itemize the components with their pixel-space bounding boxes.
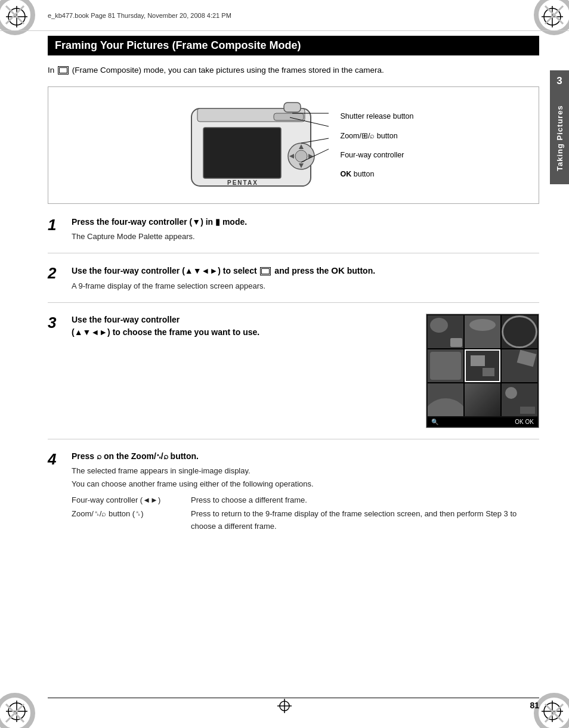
header-text: e_kb477.book Page 81 Thursday, November … bbox=[48, 12, 231, 19]
label-fourway-text: Four-way controller bbox=[341, 151, 404, 159]
header-bar: e_kb477.book Page 81 Thursday, November … bbox=[0, 0, 569, 31]
main-content: Framing Your Pictures (Frame Composite M… bbox=[48, 36, 539, 692]
step-2-number: 2 bbox=[48, 264, 64, 292]
label-fourway: Four-way controller bbox=[341, 151, 414, 159]
label-shutter-text: Shutter release button bbox=[341, 112, 414, 120]
step-2-content: Use the four-way controller (▲▼◄►) to se… bbox=[72, 264, 539, 292]
step-4-value-2: Press to return to the 9-frame display o… bbox=[191, 508, 539, 533]
step-4-label-2: Zoom/␞/⌕ button (␞) bbox=[72, 508, 191, 521]
step-1-content: Press the four-way controller (▼) in ▮ m… bbox=[72, 216, 539, 243]
frame-selection-screenshot: 🔍 OK OK bbox=[426, 314, 539, 428]
svg-text:PENTAX: PENTAX bbox=[227, 179, 258, 186]
camera-illustration: PENTAX bbox=[174, 97, 329, 194]
step-4-row-1: Four-way controller (◄►) Press to choose… bbox=[72, 494, 539, 507]
step-1: 1 Press the four-way controller (▼) in ▮… bbox=[48, 216, 539, 254]
label-zoom-text: Zoom/⊞/⌕ button bbox=[341, 131, 398, 140]
step-4-label-1: Four-way controller (◄►) bbox=[72, 494, 191, 507]
intro-paragraph: In (Frame Composite) mode, you can take … bbox=[48, 64, 539, 77]
step-4-table: Four-way controller (◄►) Press to choose… bbox=[72, 494, 539, 532]
step-2-desc: A 9-frame display of the frame selection… bbox=[72, 280, 539, 292]
step-3-content: Use the four-way controller(▲▼◄►) to cho… bbox=[72, 314, 539, 428]
sidebar-tab: Taking Pictures bbox=[550, 92, 569, 184]
step-3-number: 3 bbox=[48, 314, 64, 428]
step-4-desc2: You can choose another frame using eithe… bbox=[72, 478, 539, 490]
page-number: 81 bbox=[530, 701, 539, 710]
step-2: 2 Use the four-way controller (▲▼◄►) to … bbox=[48, 264, 539, 303]
step-1-number: 1 bbox=[48, 216, 64, 243]
step-3-text: Use the four-way controller(▲▼◄►) to cho… bbox=[72, 314, 416, 341]
step-4-row-2: Zoom/␞/⌕ button (␞) Press to return to t… bbox=[72, 508, 539, 533]
svg-rect-20 bbox=[203, 128, 281, 178]
step-3: 3 Use the four-way controller(▲▼◄►) to c… bbox=[48, 314, 539, 439]
step-4-desc1: The selected frame appears in single-ima… bbox=[72, 465, 539, 477]
step-2-title: Use the four-way controller (▲▼◄►) to se… bbox=[72, 264, 539, 278]
step-1-desc: The Capture Mode Palette appears. bbox=[72, 231, 539, 243]
step-4-number: 4 bbox=[48, 450, 64, 534]
camera-diagram-box: PENTAX S bbox=[48, 86, 539, 204]
step-4-content: Press ⌕ on the Zoom/␞/⌕ button. The sele… bbox=[72, 450, 539, 534]
step-4-value-1: Press to choose a different frame. bbox=[191, 494, 539, 507]
step-3-title: Use the four-way controller(▲▼◄►) to cho… bbox=[72, 314, 416, 339]
step-4: 4 Press ⌕ on the Zoom/␞/⌕ button. The se… bbox=[48, 450, 539, 544]
camera-area: PENTAX S bbox=[174, 97, 414, 194]
label-ok-text: OK button bbox=[341, 170, 375, 178]
page-title: Framing Your Pictures (Frame Composite M… bbox=[48, 36, 539, 55]
label-shutter: Shutter release button bbox=[341, 112, 414, 120]
label-ok: OK button bbox=[341, 170, 414, 178]
chapter-badge: 3 bbox=[550, 70, 569, 92]
step-3-layout: Use the four-way controller(▲▼◄►) to cho… bbox=[72, 314, 539, 428]
bottom-line bbox=[48, 698, 539, 698]
step-4-title: Press ⌕ on the Zoom/␞/⌕ button. bbox=[72, 450, 539, 463]
bottom-center-crosshair bbox=[277, 699, 292, 715]
label-zoom: Zoom/⊞/⌕ button bbox=[341, 131, 414, 140]
step-1-title: Press the four-way controller (▼) in ▮ m… bbox=[72, 216, 539, 228]
svg-rect-18 bbox=[284, 103, 301, 112]
camera-labels: Shutter release button Zoom/⊞/⌕ button F… bbox=[341, 112, 414, 178]
deco-circle-bl bbox=[0, 692, 36, 728]
